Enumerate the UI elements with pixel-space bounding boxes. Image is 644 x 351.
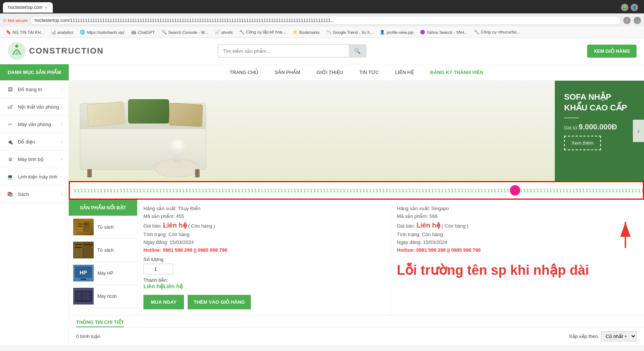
sidebar-linh-kien-left: 💻 Linh kiện máy tính [6,173,57,181]
product2-price: Giá bán: Liên hệ ( Còn hàng ) [397,221,638,229]
sidebar-may-tinh-bo-label: Máy tính bộ [18,157,43,162]
sort-section: Sắp xếp theo Cũ nhất ÷ [569,331,637,341]
nav-lien-he[interactable]: LIÊN HỆ [387,64,422,80]
nav-links: TRANG CHỦ SẢN PHẨM GIỚI THIỆU TIN TỨC LI… [69,64,644,80]
featured-thumb-3: HP [73,265,94,281]
sidebar-item-do-dien[interactable]: 🔌 Đồ điện › [0,133,68,151]
bookmark-search-console[interactable]: 🔍 Search Console - W... [159,29,211,36]
nav-tin-tuc[interactable]: TIN TỨC [351,64,387,80]
nav-dang-ky[interactable]: ĐĂNG KÝ THÀNH VIÊN [422,64,492,80]
site-header: CONSTRUCTION 🔍 XEM GIỎ HÀNG [0,38,644,64]
product1-qty-input[interactable] [143,264,173,274]
nav-gioi-thieu[interactable]: GIỚI THIỆU [308,64,351,80]
profile-view-icon: 👤 [380,30,385,35]
error-annotation-text: Lỗi trường tên sp khi nhập dài [397,263,589,278]
bookmark-item[interactable]: 🔖 NG TIN TÀI KH... [3,29,47,36]
tab-thong-tin-chi-tiet[interactable]: THÔNG TIN CHI TIẾT [76,319,124,327]
tab-title: hoctestertop.com [8,5,42,10]
product1-cart-button[interactable]: THÊM VÀO GIỎ HÀNG [188,295,251,309]
bookmark-ahrefs[interactable]: 📈 ahrefs [212,29,236,36]
sidebar-item-sach[interactable]: 📚 Sách › [0,186,68,203]
banner-overlay: SOFA NHẬP KHẨU CAO CẤP Giá từ 9.000.000Đ… [555,81,644,181]
tab-bar: hoctestertop.com ✕ 🧩 👤 [0,0,644,13]
arrow-annotation [611,215,640,253]
product1-manufacturer: Hãng sản xuất: Thụy Điển [143,206,385,211]
search-button[interactable]: 🔍 [349,44,366,58]
bookmark-google-trend-label: Google Trend - Xu h... [333,30,373,35]
featured-thumb-2 [73,242,94,258]
bookmark-google-trend[interactable]: 📉 Google Trend - Xu h... [323,29,376,36]
url-input[interactable]: hoctestertop.com/11111111111111111111111… [30,16,621,25]
bookmark-subnhanh-label: https://subnhanh.vip/ [87,30,124,35]
bookmark-cong-cu-label: Công cụ lắp kê hoạ... [246,30,286,35]
profile-icon[interactable]: 👤 [631,4,638,11]
browser-action-icons: ☆ 🔧 [623,17,641,24]
sidebar-noi-that-label: Nội thất văn phòng [18,104,59,110]
product-columns: Hãng sản xuất: Thụy Điển Mã sản phẩm: 45… [137,200,644,315]
sidebar-item-do-trang-tri[interactable]: 🖼 Đồ trang trí › [0,81,68,98]
bookmark-yahoo[interactable]: 🟣 Yahoo Search - YAH... [417,29,470,36]
sofa-leg-2 [195,169,200,177]
extensions-icon[interactable]: 🧩 [621,4,628,11]
sidebar-noi-that-left: 🛋 Nội thất văn phòng [6,103,59,111]
sidebar-do-dien-left: 🔌 Đồ điện [6,138,35,146]
bookmark-profile-label: profile-view.jsp [386,30,413,35]
bookmark-yahoo-label: Yahoo Search - YAH... [427,30,467,35]
featured-sidebar: SẢN PHẨM NỔI BẬT Tủ sách Tủ sách [69,200,137,315]
bookmark-thucucbe[interactable]: 🔧 Công cụ <thucucbe... [471,29,523,36]
sofa-image [69,81,555,181]
svg-rect-13 [84,244,92,245]
bookmark-subnhanh[interactable]: 🌐 https://subnhanh.vip/ [77,29,127,36]
main-nav: DANH MỤC SẢN PHẨM TRANG CHỦ SẢN PHẨM GIỚ… [0,64,644,81]
chevron-icon-2: › [61,104,62,109]
bookmarks-icon: ⭐ [292,30,298,35]
featured-item-1[interactable]: Tủ sách [69,216,137,239]
sach-icon: 📚 [6,190,14,198]
chatgpt-icon: 🤖 [131,30,136,35]
subnhanh-icon: 🌐 [80,30,85,35]
cart-button[interactable]: XEM GIỎ HÀNG [587,45,637,58]
tab-close-icon[interactable]: ✕ [45,6,48,10]
product1-sku: Mã sản phẩm: 455 [143,213,385,219]
star-icon[interactable]: ☆ [623,17,631,24]
product1-buy-button[interactable]: MUA NGAY [143,295,184,309]
sidebar-item-may-tinh-bo[interactable]: 🖥 Máy tính bộ › [0,151,68,168]
site-wrapper: CONSTRUCTION 🔍 XEM GIỎ HÀNG DANH MỤC SẢN… [0,38,644,345]
bookmark-analytics[interactable]: 📊 analytics [48,29,77,36]
bookmark-cong-cu[interactable]: 🔧 Công cụ lắp kê hoạ... [236,29,289,36]
product1-price-status: ( Còn hàng ) [188,223,215,229]
chevron-icon-5: › [61,157,62,161]
browser-chrome: hoctestertop.com ✕ 🧩 👤 ⚠ Not secure hoct… [0,0,644,38]
bookmark-chatgpt[interactable]: 🤖 ChatGPT [128,29,158,36]
slider-next-button[interactable]: › [633,120,644,142]
product1-date: Ngày đăng: 15/03/2024 [143,239,385,245]
featured-item-2[interactable]: Tủ sách [69,239,137,262]
bookmark-bookmarks[interactable]: ⭐ Bookmarks [289,29,323,36]
featured-name-2: Tủ sách [97,248,114,253]
sidebar-item-linh-kien[interactable]: 💻 Linh kiện máy tính › [0,168,68,186]
chevron-icon-3: › [61,122,62,126]
sidebar-item-noi-that[interactable]: 🛋 Nội thất văn phòng › [0,98,68,116]
category-dropdown-button[interactable]: DANH MỤC SẢN PHẨM [0,64,69,80]
banner-view-more-button[interactable]: Xem thêm [564,136,601,150]
extension-icon[interactable]: 🔧 [634,17,641,24]
sort-select[interactable]: Cũ nhất ÷ [601,331,637,341]
chevron-icon-4: › [61,139,62,144]
noi-that-icon: 🛋 [6,103,14,111]
search-input[interactable] [218,44,349,58]
featured-item-3[interactable]: HP Máy HP [69,262,137,285]
logo[interactable]: CONSTRUCTION [7,42,104,60]
active-tab[interactable]: hoctestertop.com ✕ [3,2,53,13]
featured-item-4[interactable]: Máy ricoh [69,285,137,308]
sidebar-item-may-van-phong[interactable]: ✂ Máy văn phòng › [0,116,68,133]
product2-sku: Mã sản phẩm: 568 [397,213,638,219]
pillow2 [128,99,169,123]
do-trang-tri-icon: 🖼 [6,85,14,93]
product-col-2: Hãng sản xuất: Singapo Mã sản phẩm: 568 … [391,200,644,315]
pillow3 [168,103,203,127]
nav-san-pham[interactable]: SẢN PHẨM [266,64,308,80]
nav-trang-chu[interactable]: TRANG CHỦ [221,64,266,80]
bookmark-profile[interactable]: 👤 profile-view.jsp [377,29,416,36]
product1-total-section: Thành tiền: Liên hệLiên hệ [143,277,385,290]
security-indicator: ⚠ Not secure [3,18,27,23]
